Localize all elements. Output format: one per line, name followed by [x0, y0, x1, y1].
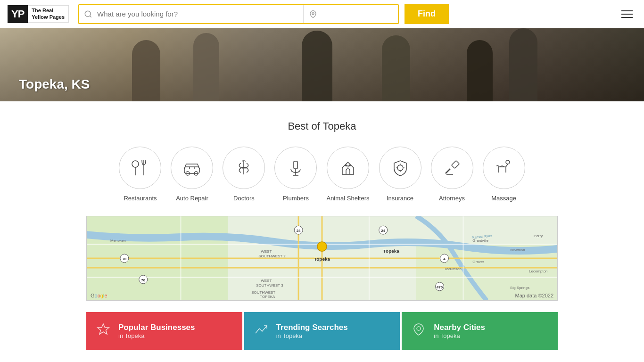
- category-animal-shelters-label: Animal Shelters: [326, 195, 369, 202]
- category-auto-repair-label: Auto Repair: [176, 195, 208, 202]
- category-attorneys[interactable]: Attorneys: [431, 147, 473, 202]
- logo[interactable]: YP The Real Yellow Pages: [8, 5, 69, 23]
- map-data-label: Map data ©2022: [515, 293, 554, 298]
- category-attorneys-label: Attorneys: [439, 195, 465, 202]
- category-massage-circle: [483, 147, 525, 189]
- location-icon: [309, 10, 317, 18]
- nearby-card-subtitle: in Topeka: [434, 332, 485, 339]
- card-trending[interactable]: Trending Searches in Topeka: [244, 312, 400, 350]
- restaurant-icon: [131, 158, 149, 177]
- svg-rect-12: [294, 161, 297, 169]
- card-popular[interactable]: Popular Businesses in Topeka: [86, 312, 242, 350]
- hamburger-line1: [621, 10, 633, 11]
- category-doctors-circle: [223, 147, 265, 189]
- bottom-cards: Popular Businesses in Topeka Trending Se…: [86, 312, 558, 350]
- svg-text:SOUTHWEST: SOUTHWEST: [251, 290, 275, 295]
- category-plumbers[interactable]: Plumbers: [274, 147, 317, 202]
- svg-text:Big Springs: Big Springs: [510, 286, 529, 290]
- svg-text:Grantville: Grantville: [472, 239, 488, 243]
- categories-grid: Restaurants Auto Repair: [9, 147, 635, 202]
- insurance-icon: [391, 158, 410, 177]
- popular-card-title: Popular Businesses: [118, 323, 195, 332]
- svg-text:Menoken: Menoken: [110, 239, 126, 243]
- category-insurance-label: Insurance: [387, 195, 413, 202]
- svg-text:Topeka: Topeka: [383, 248, 400, 254]
- svg-text:70: 70: [122, 257, 126, 261]
- svg-text:Topeka: Topeka: [314, 256, 330, 262]
- category-insurance[interactable]: Insurance: [379, 147, 421, 202]
- hamburger-menu[interactable]: [618, 7, 636, 22]
- popular-icon: [96, 322, 111, 340]
- svg-text:4: 4: [443, 257, 446, 261]
- search-what-input[interactable]: [97, 10, 303, 18]
- autorepair-icon: [182, 158, 201, 177]
- nearby-card-text: Nearby Cities in Topeka: [434, 323, 485, 339]
- search-bar: Dallas, TX: [78, 4, 399, 24]
- category-massage[interactable]: Massage: [483, 147, 525, 202]
- svg-marker-67: [98, 324, 109, 334]
- svg-text:Grover: Grover: [472, 260, 484, 264]
- search-where-input[interactable]: Dallas, TX: [321, 10, 392, 18]
- nearby-icon: [411, 322, 426, 340]
- category-plumbers-circle: [274, 147, 317, 189]
- map-section: Menoken Grantville Newman Perry Grover L…: [86, 216, 558, 301]
- logo-yp: YP: [8, 5, 28, 23]
- svg-text:24: 24: [381, 229, 385, 233]
- hamburger-line2: [621, 14, 633, 15]
- svg-text:WEST: WEST: [261, 279, 272, 283]
- svg-text:Newman: Newman: [510, 248, 525, 252]
- trending-card-subtitle: in Topeka: [276, 332, 348, 339]
- category-restaurants-circle: [119, 147, 161, 189]
- svg-text:470: 470: [437, 285, 443, 289]
- svg-text:24: 24: [297, 229, 301, 233]
- category-animal-shelters[interactable]: Animal Shelters: [326, 147, 369, 202]
- svg-point-0: [85, 11, 91, 16]
- svg-point-3: [132, 161, 139, 167]
- svg-rect-6: [184, 167, 199, 173]
- animalshelters-icon: [339, 158, 357, 177]
- svg-line-20: [446, 169, 450, 173]
- svg-text:SOUTHWEST 3: SOUTHWEST 3: [256, 283, 283, 288]
- svg-point-16: [346, 165, 347, 166]
- header: YP The Real Yellow Pages Dallas, TX Find: [0, 0, 644, 28]
- find-button[interactable]: Find: [405, 4, 449, 24]
- trending-icon: [254, 322, 269, 340]
- category-restaurants[interactable]: Restaurants: [119, 147, 161, 202]
- category-restaurants-label: Restaurants: [124, 195, 157, 202]
- search-icon: [84, 10, 92, 18]
- category-animal-shelters-circle: [327, 147, 369, 189]
- svg-line-1: [90, 16, 91, 17]
- trending-card-title: Trending Searches: [276, 323, 348, 332]
- hero-banner: Topeka, KS: [0, 28, 644, 101]
- logo-tagline: The Real Yellow Pages: [28, 5, 69, 22]
- card-nearby[interactable]: Nearby Cities in Topeka: [402, 312, 558, 350]
- svg-text:Lecompton: Lecompton: [529, 269, 547, 273]
- svg-point-22: [506, 160, 510, 164]
- svg-text:SOUTHWEST 2: SOUTHWEST 2: [258, 254, 286, 258]
- plumbers-icon: [286, 158, 305, 177]
- svg-point-68: [417, 327, 421, 330]
- doctors-icon: [234, 158, 253, 177]
- category-auto-repair[interactable]: Auto Repair: [171, 147, 213, 202]
- trending-card-text: Trending Searches in Topeka: [276, 323, 348, 339]
- svg-point-17: [349, 165, 350, 166]
- category-insurance-circle: [379, 147, 421, 189]
- svg-text:Perry: Perry: [534, 234, 543, 238]
- attorneys-icon: [443, 158, 462, 177]
- search-where-section: Dallas, TX: [304, 5, 398, 23]
- category-attorneys-circle: [431, 147, 473, 189]
- category-auto-repair-circle: [171, 147, 213, 189]
- nearby-card-title: Nearby Cities: [434, 323, 485, 332]
- svg-point-65: [317, 242, 327, 251]
- svg-text:Tecumseh: Tecumseh: [444, 267, 461, 271]
- massage-icon: [495, 158, 513, 177]
- svg-text:70: 70: [141, 278, 145, 282]
- svg-text:TOPEKA: TOPEKA: [260, 295, 275, 299]
- map-background: Menoken Grantville Newman Perry Grover L…: [87, 216, 557, 300]
- category-doctors-label: Doctors: [233, 195, 255, 202]
- popular-card-text: Popular Businesses in Topeka: [118, 323, 195, 339]
- svg-rect-19: [451, 161, 459, 169]
- category-plumbers-label: Plumbers: [283, 195, 309, 202]
- category-doctors[interactable]: Doctors: [223, 147, 265, 202]
- svg-point-15: [347, 165, 349, 167]
